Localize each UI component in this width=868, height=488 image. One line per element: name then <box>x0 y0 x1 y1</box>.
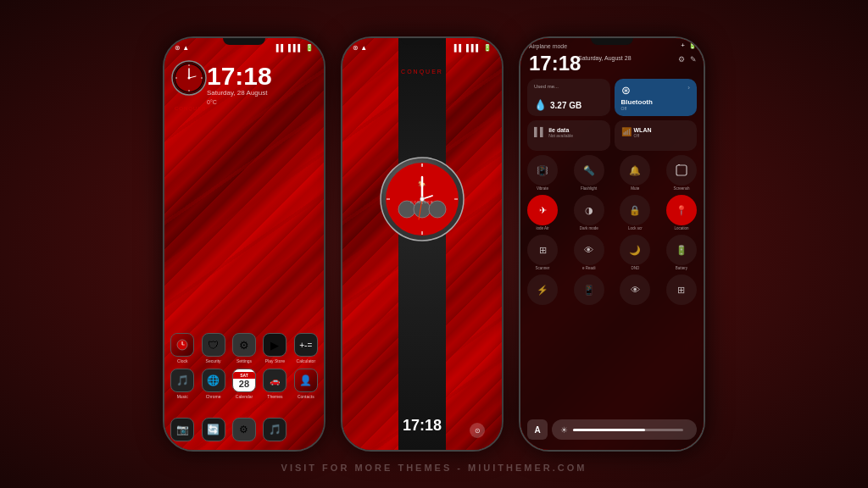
cc-tiles-container: Used me... 💧 3.27 GB ⊛ › Bluetooth <box>527 79 697 308</box>
left-signal-icons: ▌▌ ▌▌▌ 🔋 <box>276 44 314 52</box>
cc-brightness-fill <box>573 429 645 431</box>
cc-time: 17:18 <box>529 52 581 75</box>
center-analog-clock: 🐎 CONQUER <box>380 157 465 241</box>
cc-drop-icon: 💧 <box>534 99 547 111</box>
cc-lockscreen-label: Lock scr <box>628 226 643 230</box>
cc-brightness-control[interactable]: ☀ <box>552 419 697 440</box>
center-bt-icon: ⊛ ▲ <box>353 44 367 52</box>
left-phone: ⊛ ▲ ▌▌ ▌▌▌ 🔋 <box>163 36 326 452</box>
app-calendar[interactable]: SAT 28 Calendar <box>231 369 257 399</box>
cc-memory-tile[interactable]: Used me... 💧 3.27 GB <box>527 79 610 116</box>
cc-edit-icon[interactable]: ✎ <box>690 55 697 64</box>
cc-dnd-btn[interactable]: 🌙 <box>620 235 650 265</box>
cc-wlan-status: Off <box>634 133 652 138</box>
cc-lockscreen-wrap: 🔒 Lock scr <box>620 195 650 230</box>
cc-extra-btn-3[interactable]: 👁 <box>620 274 650 305</box>
cc-battery-wrap: 🔋 Battery <box>666 235 697 270</box>
svg-rect-29 <box>676 165 687 175</box>
cc-scanner-btn[interactable]: ⊞ <box>527 235 558 265</box>
cc-memory-value: 3.27 GB <box>550 101 581 110</box>
cc-reading-btn[interactable]: 👁 <box>574 235 604 265</box>
center-time: 17:18 <box>403 417 442 435</box>
left-conquer: CONQUER <box>175 106 207 111</box>
cc-settings-icon[interactable]: ⚙ <box>678 55 685 64</box>
dock-music2[interactable]: 🎵 <box>262 418 287 441</box>
cc-reading-wrap: 👁 e Readi <box>574 235 604 270</box>
left-bt-icon: ⊛ ▲ <box>175 44 189 52</box>
cc-mute-btn[interactable]: 🔔 <box>620 155 650 186</box>
center-camera-icon[interactable]: ⊙ <box>470 423 485 438</box>
app-themes[interactable]: 🚗 Themes <box>262 369 287 399</box>
cc-vibrate-label: Vibrate <box>537 186 548 191</box>
cc-brightness-row: A ☀ <box>527 419 697 440</box>
cc-brightness-icon: ☀ <box>560 425 568 435</box>
app-clock[interactable]: Clock <box>170 333 195 363</box>
cc-signal-icon-tile: ▌▌ <box>534 127 546 136</box>
cc-quick-row-3: ⊞ Scanner 👁 e Readi 🌙 DND 🔋 Battery <box>527 235 697 270</box>
cc-top-icons: + 🔋 <box>681 42 697 49</box>
cc-location-wrap: 📍 Location <box>666 195 697 230</box>
cc-extra-btn-4[interactable]: ⊞ <box>666 274 697 305</box>
cc-battery-label: Battery <box>676 266 687 270</box>
cc-dnd-wrap: 🌙 DND <box>620 235 650 270</box>
svg-text:CONQUER: CONQUER <box>410 200 433 204</box>
cc-darkmode-label: Dark mode <box>580 226 598 230</box>
cc-quick-row-2: ✈ iode Air ◑ Dark mode 🔒 Lock scr 📍 Loca… <box>527 195 697 230</box>
cc-quick-row-1: 📳 Vibrate 🔦 Flashlight 🔔 Mute Screensh <box>527 155 697 191</box>
cc-bottom-controls: A ☀ <box>527 419 697 443</box>
center-phone: ⊛ ▲ ▌▌ ▌▌▌ 🔋 CONQUER <box>341 36 504 452</box>
app-chrome[interactable]: 🌐 Chrome <box>200 369 225 399</box>
cc-location-btn[interactable]: 📍 <box>666 195 697 225</box>
cc-airplane-label: Airplane mode <box>529 43 567 49</box>
cc-flashlight-btn[interactable]: 🔦 <box>574 155 604 186</box>
cc-extra-btn-1[interactable]: ⚡ <box>527 274 558 305</box>
cc-battery-btn[interactable]: 🔋 <box>666 235 697 265</box>
cc-vibrate-btn[interactable]: 📳 <box>527 155 558 186</box>
right-notch <box>591 38 633 45</box>
cc-screenshot-wrap: Screensh <box>666 155 697 191</box>
app-calculator[interactable]: +-= Calculator <box>293 333 319 363</box>
cc-scanner-label: Scanner <box>536 266 550 270</box>
cc-a-button[interactable]: A <box>527 419 548 440</box>
app-playstore[interactable]: ▶ Play Store <box>262 333 287 363</box>
left-date: Saturday, 28 August <box>207 89 267 97</box>
right-screen: Airplane mode + 🔋 17:18 Saturday, August… <box>520 38 704 450</box>
cc-lockscreen-btn[interactable]: 🔒 <box>620 195 650 225</box>
cc-edit-icons: ⚙ ✎ <box>678 55 697 64</box>
center-notch <box>401 38 443 45</box>
center-signal-icons: ▌▌ ▌▌▌ 🔋 <box>454 44 492 52</box>
right-phone: Airplane mode + 🔋 17:18 Saturday, August… <box>519 36 705 452</box>
cc-screenshot-btn[interactable] <box>666 155 697 186</box>
cc-scanner-wrap: ⊞ Scanner <box>527 235 558 270</box>
cc-plus-icon[interactable]: + <box>681 42 685 49</box>
left-screen: ⊛ ▲ ▌▌ ▌▌▌ 🔋 <box>164 38 324 450</box>
cc-darkmode-btn[interactable]: ◑ <box>574 195 604 225</box>
cc-screenshot-label: Screensh <box>673 186 689 191</box>
dock-sync[interactable]: 🔄 <box>200 418 225 441</box>
cc-battery-icon: 🔋 <box>688 42 697 49</box>
cc-memory-label: Used me... <box>534 84 604 89</box>
dock-settings2[interactable]: ⚙ <box>231 418 257 441</box>
cc-location-label: Location <box>674 226 688 230</box>
app-music[interactable]: 🎵 Music <box>170 369 195 399</box>
app-contacts[interactable]: 👤 Contacts <box>293 369 319 399</box>
cc-flashlight-wrap: 🔦 Flashlight <box>574 155 604 191</box>
left-notch <box>223 38 265 45</box>
app-security[interactable]: 🛡 Security <box>200 333 225 363</box>
left-temp: 0°C <box>207 99 217 105</box>
cc-flashlight-label: Flashlight <box>581 186 597 191</box>
cc-airplane-label-btn: iode Air <box>536 226 548 230</box>
cc-wifi-icon-tile: 📶 <box>621 127 632 136</box>
left-dock: 📷 🔄 ⚙ 🎵 <box>170 418 319 441</box>
dock-camera[interactable]: 📷 <box>170 418 195 441</box>
cc-darkmode-wrap: ◑ Dark mode <box>574 195 604 230</box>
cc-airplane-btn[interactable]: ✈ <box>527 195 558 225</box>
cc-extra-btn-2[interactable]: 📱 <box>574 274 604 305</box>
left-analog-clock <box>171 60 207 96</box>
cc-wlan-tile[interactable]: 📶 WLAN Off <box>615 120 698 151</box>
center-conquer: CONQUER <box>401 69 443 75</box>
cc-mobiledata-tile[interactable]: ▌▌ ile data Not available <box>527 120 610 151</box>
cc-bluetooth-tile[interactable]: ⊛ › Bluetooth Off <box>615 79 698 116</box>
center-screen: ⊛ ▲ ▌▌ ▌▌▌ 🔋 CONQUER <box>342 38 502 450</box>
app-settings[interactable]: ⚙ Settings <box>231 333 257 363</box>
